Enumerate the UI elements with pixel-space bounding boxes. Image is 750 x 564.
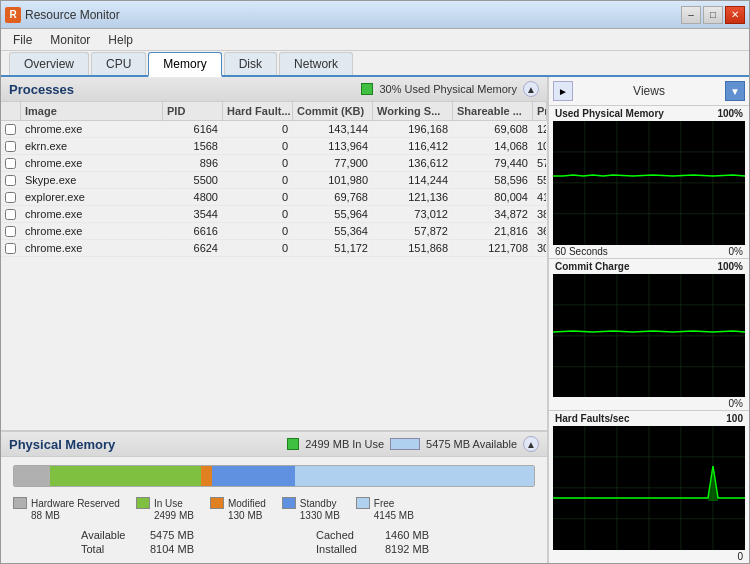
legend-hardware-reserved: Hardware Reserved 88 MB	[13, 497, 120, 521]
row-pid: 5500	[163, 172, 223, 188]
graph-hard-faults-canvas	[553, 426, 745, 550]
tab-disk[interactable]: Disk	[224, 52, 277, 75]
table-row[interactable]: explorer.exe 4800 0 69,768 121,136 80,00…	[1, 189, 547, 206]
mem-modified	[201, 466, 211, 486]
legend-standby: Standby 1330 MB	[282, 497, 340, 521]
row-working: 136,612	[373, 155, 453, 171]
menu-help[interactable]: Help	[100, 31, 141, 49]
row-hardfault: 0	[223, 189, 293, 205]
graph-commit-bottom: 0%	[549, 397, 749, 410]
menu-file[interactable]: File	[5, 31, 40, 49]
memory-stats: Available 5475 MB Cached 1460 MB Total 8…	[1, 525, 547, 563]
row-image: Skype.exe	[21, 172, 163, 188]
processes-status-text: 30% Used Physical Memory	[379, 83, 517, 95]
row-pid: 3544	[163, 206, 223, 222]
table-row[interactable]: ekrn.exe 1568 0 113,964 116,412 14,068 1…	[1, 138, 547, 155]
row-check[interactable]	[1, 240, 21, 256]
row-hardfault: 0	[223, 206, 293, 222]
menu-monitor[interactable]: Monitor	[42, 31, 98, 49]
row-hardfault: 0	[223, 240, 293, 256]
graph-used-physical-bottom: 60 Seconds 0%	[549, 245, 749, 258]
graph-hard-faults-min: 0	[737, 551, 743, 562]
row-check[interactable]	[1, 189, 21, 205]
table-row[interactable]: chrome.exe 896 0 77,900 136,612 79,440 5…	[1, 155, 547, 172]
stat-total: Total 8104 MB	[81, 543, 300, 555]
row-pid: 896	[163, 155, 223, 171]
close-button[interactable]: ✕	[725, 6, 745, 24]
title-controls: – □ ✕	[681, 6, 745, 24]
row-commit: 143,144	[293, 121, 373, 137]
tab-memory[interactable]: Memory	[148, 52, 221, 77]
physical-memory-status: 2499 MB In Use 5475 MB Available ▲	[287, 436, 539, 452]
physical-collapse-btn[interactable]: ▲	[523, 436, 539, 452]
col-hardfault[interactable]: Hard Fault...	[223, 102, 293, 120]
graph-commit-max: 100%	[717, 261, 743, 272]
row-pid: 6164	[163, 121, 223, 137]
row-shareable: 80,004	[453, 189, 533, 205]
table-row[interactable]: chrome.exe 6164 0 143,144 196,168 69,608…	[1, 121, 547, 138]
table-row[interactable]: chrome.exe 6624 0 51,172 151,868 121,708…	[1, 240, 547, 257]
tab-cpu[interactable]: CPU	[91, 52, 146, 75]
table-header: Image PID Hard Fault... Commit (KB) Work…	[1, 102, 547, 121]
views-header: ► Views ▼	[549, 77, 749, 106]
physical-available-text: 5475 MB Available	[426, 438, 517, 450]
physical-in-use-text: 2499 MB In Use	[305, 438, 384, 450]
maximize-button[interactable]: □	[703, 6, 723, 24]
tab-overview[interactable]: Overview	[9, 52, 89, 75]
graph-used-physical-svg	[553, 121, 745, 245]
row-image: explorer.exe	[21, 189, 163, 205]
row-pid: 6616	[163, 223, 223, 239]
col-shareable[interactable]: Shareable ...	[453, 102, 533, 120]
stat-installed: Installed 8192 MB	[316, 543, 535, 555]
row-shareable: 34,872	[453, 206, 533, 222]
row-hardfault: 0	[223, 172, 293, 188]
processes-collapse-btn[interactable]: ▲	[523, 81, 539, 97]
row-check[interactable]	[1, 172, 21, 188]
table-row[interactable]: chrome.exe 6616 0 55,364 57,872 21,816 3…	[1, 223, 547, 240]
row-image: chrome.exe	[21, 240, 163, 256]
row-shareable: 58,596	[453, 172, 533, 188]
row-hardfault: 0	[223, 121, 293, 137]
table-row[interactable]: Skype.exe 5500 0 101,980 114,244 58,596 …	[1, 172, 547, 189]
row-check[interactable]	[1, 223, 21, 239]
row-pid: 4800	[163, 189, 223, 205]
col-working[interactable]: Working S...	[373, 102, 453, 120]
views-dropdown-btn[interactable]: ▼	[725, 81, 745, 101]
row-shareable: 69,608	[453, 121, 533, 137]
processes-header[interactable]: Processes 30% Used Physical Memory ▲	[1, 77, 547, 102]
row-private: 30,160	[533, 240, 547, 256]
swatch-free	[356, 497, 370, 509]
processes-indicator	[361, 83, 373, 95]
graph-commit-title: Commit Charge	[555, 261, 629, 272]
processes-status: 30% Used Physical Memory ▲	[361, 81, 539, 97]
graph-used-physical-time: 60 Seconds	[555, 246, 608, 257]
row-commit: 77,900	[293, 155, 373, 171]
views-expand-btn[interactable]: ►	[553, 81, 573, 101]
col-image[interactable]: Image	[21, 102, 163, 120]
row-working: 57,872	[373, 223, 453, 239]
window-icon: R	[5, 7, 21, 23]
row-check[interactable]	[1, 121, 21, 137]
stat-available: Available 5475 MB	[81, 529, 300, 541]
col-commit[interactable]: Commit (KB)	[293, 102, 373, 120]
physical-memory-header[interactable]: Physical Memory 2499 MB In Use 5475 MB A…	[1, 432, 547, 457]
row-commit: 55,364	[293, 223, 373, 239]
row-check[interactable]	[1, 138, 21, 154]
row-check[interactable]	[1, 206, 21, 222]
row-working: 151,868	[373, 240, 453, 256]
minimize-button[interactable]: –	[681, 6, 701, 24]
graph-commit-canvas	[553, 274, 745, 398]
row-image: chrome.exe	[21, 155, 163, 171]
tab-bar: Overview CPU Memory Disk Network	[1, 51, 749, 77]
row-private: 55,648	[533, 172, 547, 188]
processes-title: Processes	[9, 82, 74, 97]
row-private: 126,560	[533, 121, 547, 137]
swatch-hardware-reserved	[13, 497, 27, 509]
row-working: 73,012	[373, 206, 453, 222]
row-check[interactable]	[1, 155, 21, 171]
table-row[interactable]: chrome.exe 3544 0 55,964 73,012 34,872 3…	[1, 206, 547, 223]
col-pid[interactable]: PID	[163, 102, 223, 120]
graph-used-physical-min: 0%	[729, 246, 743, 257]
tab-network[interactable]: Network	[279, 52, 353, 75]
col-private[interactable]: Private (KB)	[533, 102, 547, 120]
